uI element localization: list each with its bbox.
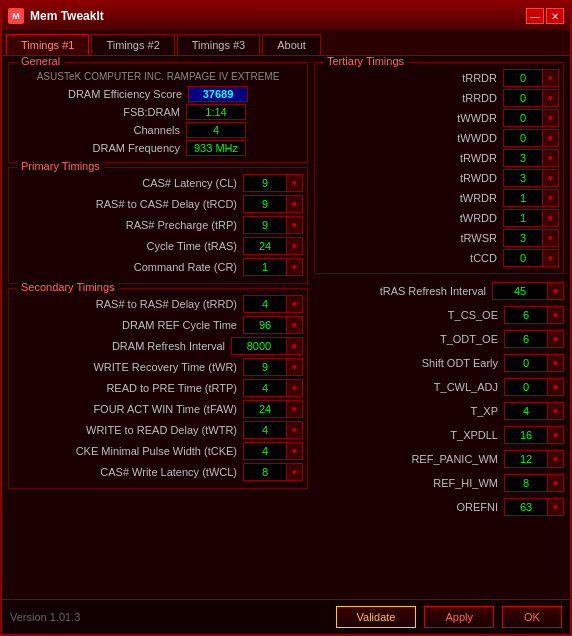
timing-rtp-name: READ to PRE Time (tRTP) (13, 382, 243, 394)
txpdll-input[interactable] (504, 426, 548, 444)
timing-rcd-dropdown[interactable]: ▼ (287, 195, 303, 213)
trwdd-dropdown[interactable]: ▼ (543, 169, 559, 187)
trwsr-input[interactable] (503, 229, 543, 247)
timing-wcl-name: CAS# Write Latency (tWCL) (13, 466, 243, 478)
timing-cke-input[interactable] (243, 442, 287, 460)
timing-rcd-input[interactable] (243, 195, 287, 213)
refhi-dropdown[interactable]: ▼ (548, 474, 564, 492)
timing-ref-dropdown[interactable]: ▼ (287, 316, 303, 334)
refpanic-input[interactable] (504, 450, 548, 468)
twrdd-dropdown[interactable]: ▼ (543, 209, 559, 227)
twrdr-dropdown[interactable]: ▼ (543, 189, 559, 207)
timing-wcl-input[interactable] (243, 463, 287, 481)
timing-wtr-input[interactable] (243, 421, 287, 439)
sodtearly-dropdown[interactable]: ▼ (548, 354, 564, 372)
trwdr-input[interactable] (503, 149, 543, 167)
refpanic-dropdown[interactable]: ▼ (548, 450, 564, 468)
tcsoe-dropdown[interactable]: ▼ (548, 306, 564, 324)
timing-rrd-input[interactable] (243, 295, 287, 313)
timing-rtp-dropdown[interactable]: ▼ (287, 379, 303, 397)
timing-ref-control: ▼ (243, 316, 303, 334)
refhi-input[interactable] (504, 474, 548, 492)
general-group: General ASUSTeK COMPUTER INC. RAMPAGE IV… (8, 62, 308, 163)
timing-cr-input[interactable] (243, 258, 287, 276)
twwdd-input[interactable] (503, 129, 543, 147)
validate-button[interactable]: Validate (336, 606, 417, 628)
timing-wr-dropdown[interactable]: ▼ (287, 358, 303, 376)
tras-ref-input[interactable] (492, 282, 548, 300)
twwdd-dropdown[interactable]: ▼ (543, 129, 559, 147)
timing-refi-dropdown[interactable]: ▼ (287, 337, 303, 355)
timing-wtr-dropdown[interactable]: ▼ (287, 421, 303, 439)
timing-cl-dropdown[interactable]: ▼ (287, 174, 303, 192)
timing-rp-control: ▼ (243, 216, 303, 234)
minimize-button[interactable]: — (526, 8, 544, 24)
timing-cke-control: ▼ (243, 442, 303, 460)
trrdr-input[interactable] (503, 69, 543, 87)
timing-cl-input[interactable] (243, 174, 287, 192)
trrdr-dropdown[interactable]: ▼ (543, 69, 559, 87)
twrdr-input[interactable] (503, 189, 543, 207)
close-button[interactable]: ✕ (546, 8, 564, 24)
trwsr-dropdown[interactable]: ▼ (543, 229, 559, 247)
timing-rrd-dropdown[interactable]: ▼ (287, 295, 303, 313)
twwdd-name: tWWDD (443, 132, 503, 144)
orefni-dropdown[interactable]: ▼ (548, 498, 564, 516)
timing-wr-input[interactable] (243, 358, 287, 376)
timing-wtr-name: WRITE to READ Delay (tWTR) (13, 424, 243, 436)
timing-ras-dropdown[interactable]: ▼ (287, 237, 303, 255)
tcwladj-dropdown[interactable]: ▼ (548, 378, 564, 396)
timing-refi-input[interactable] (231, 337, 287, 355)
tras-ref-row: tRAS Refresh Interval ▼ (314, 282, 564, 300)
tccd-dropdown[interactable]: ▼ (543, 249, 559, 267)
tab-about[interactable]: About (262, 34, 321, 55)
todtoe-dropdown[interactable]: ▼ (548, 330, 564, 348)
trwdd-input[interactable] (503, 169, 543, 187)
timing-cr-dropdown[interactable]: ▼ (287, 258, 303, 276)
timing-wcl-dropdown[interactable]: ▼ (287, 463, 303, 481)
ok-button[interactable]: OK (502, 606, 562, 628)
timing-rtp-input[interactable] (243, 379, 287, 397)
timing-ras-input[interactable] (243, 237, 287, 255)
title-buttons: — ✕ (526, 8, 564, 24)
txpdll-dropdown[interactable]: ▼ (548, 426, 564, 444)
trwdr-row: tRWDR ▼ (319, 149, 559, 167)
left-column: General ASUSTeK COMPUTER INC. RAMPAGE IV… (8, 62, 308, 593)
todtoe-input[interactable] (504, 330, 548, 348)
trrdd-row: tRRDD ▼ (319, 89, 559, 107)
sodtearly-input[interactable] (504, 354, 548, 372)
bottom-bar: Version 1.01.3 Validate Apply OK (2, 599, 570, 634)
tcwladj-input[interactable] (504, 378, 548, 396)
twwdr-dropdown[interactable]: ▼ (543, 109, 559, 127)
timing-cke-dropdown[interactable]: ▼ (287, 442, 303, 460)
trrdd-dropdown[interactable]: ▼ (543, 89, 559, 107)
trwdr-dropdown[interactable]: ▼ (543, 149, 559, 167)
tras-ref-dropdown[interactable]: ▼ (548, 282, 564, 300)
tccd-input[interactable] (503, 249, 543, 267)
twrdd-input[interactable] (503, 209, 543, 227)
timing-rp-dropdown[interactable]: ▼ (287, 216, 303, 234)
channels-label: Channels (70, 124, 180, 136)
orefni-input[interactable] (504, 498, 548, 516)
trrdd-input[interactable] (503, 89, 543, 107)
txp-dropdown[interactable]: ▼ (548, 402, 564, 420)
secondary-timings-group: Secondary Timings RAS# to RAS# Delay (tR… (8, 288, 308, 489)
apply-button[interactable]: Apply (424, 606, 494, 628)
twwdr-input[interactable] (503, 109, 543, 127)
txp-input[interactable] (504, 402, 548, 420)
tcsoe-input[interactable] (504, 306, 548, 324)
timing-rp-input[interactable] (243, 216, 287, 234)
tab-timings2[interactable]: Timings #2 (91, 34, 174, 55)
timing-faw-input[interactable] (243, 400, 287, 418)
tcwladj-name: T_CWL_ADJ (434, 381, 504, 393)
timing-faw-dropdown[interactable]: ▼ (287, 400, 303, 418)
timing-ref-input[interactable] (243, 316, 287, 334)
tab-timings3[interactable]: Timings #3 (177, 34, 260, 55)
action-buttons: Validate Apply OK (336, 606, 562, 628)
timing-ras-row: Cycle Time (tRAS) ▼ (13, 237, 303, 255)
primary-timings-group: Primary Timings CAS# Latency (CL) ▼ RAS#… (8, 167, 308, 284)
trwsr-row: tRWSR ▼ (319, 229, 559, 247)
sodtearly-name: Shift ODT Early (422, 357, 504, 369)
trwdd-name: tRWDD (443, 172, 503, 184)
tab-timings1[interactable]: Timings #1 (6, 34, 89, 55)
